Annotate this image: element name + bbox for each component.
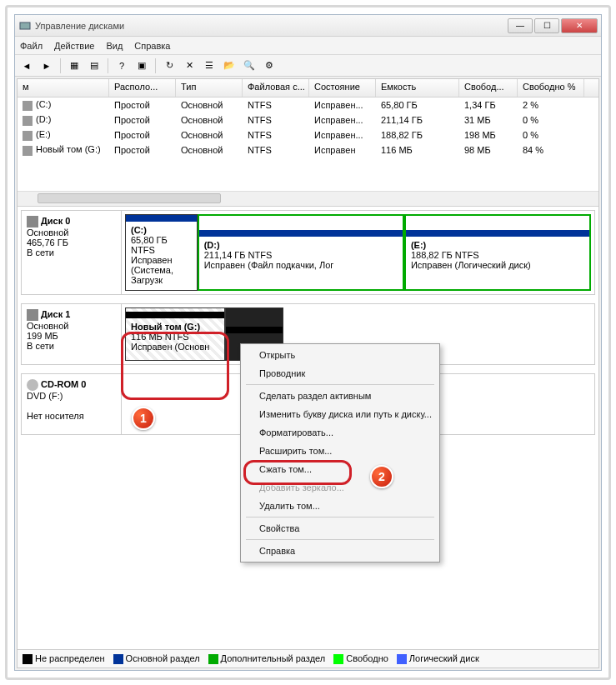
refresh-icon[interactable]: ↻ bbox=[161, 58, 178, 74]
horizontal-scrollbar[interactable] bbox=[18, 191, 598, 206]
annotation-badge-2: 2 bbox=[370, 465, 393, 488]
maximize-button[interactable]: ☐ bbox=[534, 18, 559, 33]
disk-icon bbox=[27, 309, 38, 321]
settings-icon[interactable]: ▣ bbox=[133, 58, 150, 74]
ctx-extend[interactable]: Расширить том... bbox=[243, 442, 438, 460]
volume-icon bbox=[23, 101, 33, 111]
menu-file[interactable]: Файл bbox=[20, 41, 43, 51]
toolbar: ◄ ► ▦ ▤ ? ▣ ↻ ✕ ☰ 📂 🔍 ⚙ bbox=[15, 55, 601, 77]
volume-c[interactable]: (C:) 65,80 ГБ NTFS Исправен (Система, За… bbox=[125, 214, 198, 291]
delete-icon[interactable]: ✕ bbox=[181, 58, 198, 74]
legend: Не распределен Основной раздел Дополните… bbox=[18, 649, 598, 668]
legend-free-icon bbox=[333, 654, 343, 664]
volume-icon bbox=[23, 116, 33, 126]
app-icon bbox=[18, 19, 32, 32]
view-icon[interactable]: ▦ bbox=[66, 58, 83, 74]
disk-row-0: Диск 0 Основной 465,76 ГБ В сети (C:) 65… bbox=[21, 210, 595, 295]
col-name[interactable]: м bbox=[18, 79, 109, 97]
table-row[interactable]: (C:)ПростойОсновнойNTFSИсправен...65,80 … bbox=[18, 98, 598, 112]
menu-view[interactable]: Вид bbox=[106, 41, 123, 51]
disk-0-info: Диск 0 Основной 465,76 ГБ В сети bbox=[22, 211, 122, 294]
table-row[interactable]: (D:)ПростойОсновнойNTFSИсправен...211,14… bbox=[18, 112, 598, 128]
list-icon[interactable]: ▤ bbox=[86, 58, 103, 74]
annotation-badge-1: 1 bbox=[132, 407, 155, 430]
context-menu: Открыть Проводник Сделать раздел активны… bbox=[240, 343, 440, 562]
col-type[interactable]: Тип bbox=[176, 79, 243, 97]
col-free[interactable]: Свобод... bbox=[459, 79, 518, 97]
ctx-change-letter[interactable]: Изменить букву диска или путь к диску... bbox=[243, 405, 438, 423]
disk-icon bbox=[27, 216, 38, 228]
open-icon[interactable]: 📂 bbox=[221, 58, 238, 74]
back-icon[interactable]: ◄ bbox=[18, 58, 35, 74]
legend-primary-icon bbox=[113, 654, 123, 664]
ctx-open[interactable]: Открыть bbox=[243, 346, 438, 364]
ctx-mirror: Добавить зеркало... bbox=[243, 478, 438, 497]
close-button[interactable]: ✕ bbox=[561, 18, 598, 33]
svg-rect-0 bbox=[20, 22, 30, 29]
col-pct[interactable]: Свободно % bbox=[518, 79, 584, 97]
cdrom-icon bbox=[27, 379, 38, 391]
ctx-active[interactable]: Сделать раздел активным bbox=[243, 387, 438, 405]
ctx-shrink[interactable]: Сжать том... bbox=[243, 460, 438, 478]
col-layout[interactable]: Располо... bbox=[109, 79, 176, 97]
grid-body: (C:)ПростойОсновнойNTFSИсправен...65,80 … bbox=[18, 98, 598, 158]
titlebar[interactable]: Управление дисками — ☐ ✕ bbox=[15, 15, 601, 37]
ctx-delete[interactable]: Удалить том... bbox=[243, 497, 438, 515]
table-row[interactable]: Новый том (G:)ПростойОсновнойNTFSИсправе… bbox=[18, 142, 598, 158]
menu-help[interactable]: Справка bbox=[134, 41, 170, 51]
col-status[interactable]: Состояние bbox=[309, 79, 376, 97]
volume-icon bbox=[23, 146, 33, 156]
wizard-icon[interactable]: ⚙ bbox=[261, 58, 278, 74]
ctx-format[interactable]: Форматировать... bbox=[243, 423, 438, 442]
ctx-properties[interactable]: Свойства bbox=[243, 519, 438, 538]
menubar: Файл Действие Вид Справка bbox=[15, 37, 601, 55]
volume-d[interactable]: (D:) 211,14 ГБ NTFS Исправен (Файл подка… bbox=[198, 214, 404, 291]
ctx-help[interactable]: Справка bbox=[243, 542, 438, 560]
col-fs[interactable]: Файловая с... bbox=[243, 79, 309, 97]
volume-e[interactable]: (E:) 188,82 ГБ NTFS Исправен (Логический… bbox=[404, 214, 591, 291]
col-capacity[interactable]: Емкость bbox=[376, 79, 459, 97]
find-icon[interactable]: 🔍 bbox=[241, 58, 258, 74]
minimize-button[interactable]: — bbox=[508, 18, 533, 33]
volume-icon bbox=[23, 131, 33, 141]
legend-logical-icon bbox=[397, 654, 407, 664]
menu-action[interactable]: Действие bbox=[54, 41, 94, 51]
forward-icon[interactable]: ► bbox=[38, 58, 55, 74]
cdrom-info: CD-ROM 0 DVD (F:) Нет носителя bbox=[22, 374, 122, 434]
volume-g[interactable]: Новый том (G:) 116 МБ NTFS Исправен (Осн… bbox=[125, 308, 225, 361]
disk-management-window: Управление дисками — ☐ ✕ Файл Действие В… bbox=[14, 14, 602, 671]
help-icon[interactable]: ? bbox=[113, 58, 130, 74]
volume-grid: м Располо... Тип Файловая с... Состояние… bbox=[18, 79, 598, 207]
disk-1-info: Диск 1 Основной 199 МБ В сети bbox=[22, 304, 122, 364]
properties-icon[interactable]: ☰ bbox=[201, 58, 218, 74]
table-row[interactable]: (E:)ПростойОсновнойNTFSИсправен...188,82… bbox=[18, 128, 598, 142]
legend-ext-icon bbox=[208, 654, 218, 664]
window-title: Управление дисками bbox=[35, 21, 508, 31]
grid-header: м Располо... Тип Файловая с... Состояние… bbox=[18, 79, 598, 98]
legend-unalloc-icon bbox=[23, 654, 33, 664]
ctx-explorer[interactable]: Проводник bbox=[243, 364, 438, 382]
